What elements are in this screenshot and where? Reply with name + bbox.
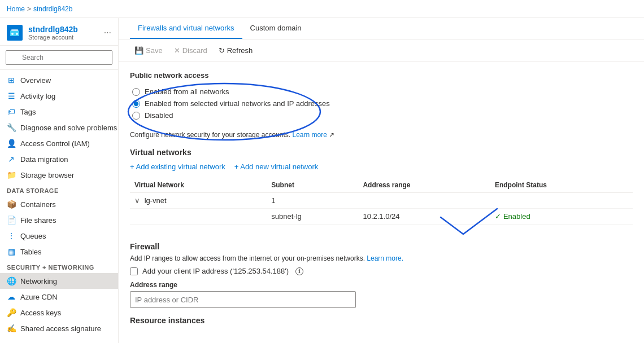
sidebar-logo (7, 25, 23, 41)
radio-all-networks-input[interactable] (132, 88, 140, 96)
subnet-count-cell: 1 (267, 193, 358, 209)
info-text: Configure network security for your stor… (130, 131, 633, 139)
toolbar: 💾 Save ✕ Discard ↻ Refresh (119, 39, 644, 62)
breadcrumb: Home > stndrdlg842b (7, 5, 72, 13)
firewall-learn-more-link[interactable]: Learn more. (367, 254, 403, 262)
breadcrumb-resource[interactable]: stndrdlg842b (33, 5, 72, 13)
resource-instances-title: Resource instances (130, 316, 633, 325)
tag-icon: 🏷 (7, 107, 16, 116)
sidebar-title-group: stndrdlg842b Storage account (28, 25, 98, 41)
discard-button[interactable]: ✕ Discard (169, 44, 212, 57)
virtual-networks-title: Virtual networks (130, 148, 633, 157)
svg-point-3 (16, 33, 18, 35)
sidebar: stndrdlg842b Storage account ··· 🔍 ⊞ Ove… (0, 18, 119, 343)
tabs-bar: Firewalls and virtual networks Custom do… (119, 18, 644, 39)
breadcrumb-bar: Home > stndrdlg842b (0, 0, 644, 18)
sidebar-header: stndrdlg842b Storage account ··· (0, 18, 118, 46)
search-wrapper: 🔍 (6, 50, 112, 65)
breadcrumb-home[interactable]: Home (7, 5, 25, 13)
sidebar-item-overview[interactable]: ⊞ Overview (0, 72, 118, 88)
info-icon[interactable]: ℹ (295, 267, 303, 275)
cdn-icon: ☁ (7, 292, 16, 301)
endpoint-status-cell-2: ✓ Enabled (490, 209, 633, 225)
learn-more-link[interactable]: Learn more (292, 131, 327, 139)
person-icon: 👤 (7, 139, 16, 148)
sidebar-item-access-control[interactable]: 👤 Access Control (IAM) (0, 135, 118, 151)
radio-disabled[interactable]: Disabled (132, 111, 330, 120)
folder-icon: 📁 (7, 170, 16, 179)
sidebar-item-activity-log[interactable]: ☰ Activity log (0, 88, 118, 104)
table-icon: ▦ (7, 247, 16, 256)
subnet-name-cell: subnet-lg (267, 209, 358, 225)
search-input[interactable] (6, 50, 112, 65)
sidebar-item-diagnose[interactable]: 🔧 Diagnose and solve problems (0, 120, 118, 135)
key-icon: 🔑 (7, 308, 16, 317)
public-network-access-title: Public network access (130, 71, 633, 80)
signature-icon: ✍ (7, 324, 16, 333)
firewall-description: Add IP ranges to allow access from the i… (130, 254, 633, 262)
address-range-label: Address range (130, 281, 633, 289)
list-icon: ☰ (7, 91, 16, 100)
sidebar-item-networking[interactable]: 🌐 Networking (0, 273, 118, 289)
arrow-icon: ↗ (7, 155, 16, 164)
radio-all-networks[interactable]: Enabled from all networks (132, 87, 330, 96)
page-body: Public network access Enabled from all n… (119, 62, 644, 343)
data-storage-section-label: Data storage (0, 183, 118, 196)
network-icon: 🌐 (7, 276, 16, 285)
sidebar-resource-title: stndrdlg842b (28, 25, 98, 34)
endpoint-status-cell-1 (490, 193, 633, 209)
enabled-badge: ✓ Enabled (495, 212, 628, 221)
firewall-section: Firewall Add IP ranges to allow access f… (130, 242, 633, 325)
sidebar-item-tags[interactable]: 🏷 Tags (0, 104, 118, 120)
refresh-button[interactable]: ↻ Refresh (214, 44, 258, 57)
search-box: 🔍 (0, 46, 118, 70)
sidebar-item-file-shares[interactable]: 📄 File shares (0, 212, 118, 228)
check-icon: ✓ (495, 212, 501, 221)
radio-disabled-input[interactable] (132, 112, 140, 120)
sidebar-item-containers[interactable]: 📦 Containers (0, 196, 118, 212)
firewall-title: Firewall (130, 242, 633, 251)
sidebar-item-tables[interactable]: ▦ Tables (0, 244, 118, 260)
radio-selected-networks[interactable]: Enabled from selected virtual networks a… (132, 99, 330, 108)
discard-icon: ✕ (174, 46, 180, 55)
tab-custom-domain[interactable]: Custom domain (242, 18, 310, 39)
box-icon: 📦 (7, 200, 16, 209)
col-subnet: Subnet (267, 178, 358, 193)
sidebar-nav: ⊞ Overview ☰ Activity log 🏷 Tags 🔧 Diagn… (0, 70, 118, 343)
tab-firewalls[interactable]: Firewalls and virtual networks (130, 18, 242, 39)
client-ip-checkbox-row: Add your client IP address ('125.253.54.… (130, 267, 633, 275)
radio-selected-networks-input[interactable] (132, 100, 140, 108)
col-address-range: Address range (358, 178, 490, 193)
address-range-cell-2: 10.2.1.0/24 (358, 209, 490, 225)
queue-icon: ⋮ (7, 231, 16, 240)
radio-group-wrapper: Enabled from all networks Enabled from s… (130, 85, 339, 129)
vnet-name-cell-2 (130, 209, 267, 225)
file-icon: 📄 (7, 216, 16, 225)
refresh-icon: ↻ (219, 46, 225, 55)
address-range-input[interactable] (130, 291, 356, 308)
sidebar-item-queues[interactable]: ⋮ Queues (0, 228, 118, 244)
table-header-row: Virtual Network Subnet Address range End… (130, 178, 633, 193)
sidebar-resource-subtitle: Storage account (28, 34, 98, 41)
sidebar-item-access-keys[interactable]: 🔑 Access keys (0, 305, 118, 320)
add-new-vnet-button[interactable]: + Add new virtual network (234, 162, 319, 171)
table-wrapper: Virtual Network Subnet Address range End… (130, 178, 633, 236)
vnet-table: Virtual Network Subnet Address range End… (130, 178, 633, 225)
sidebar-item-azure-cdn[interactable]: ☁ Azure CDN (0, 289, 118, 305)
security-section-label: Security + networking (0, 260, 118, 273)
table-row[interactable]: ∨ lg-vnet 1 (130, 193, 633, 209)
sidebar-item-storage-browser[interactable]: 📁 Storage browser (0, 167, 118, 183)
save-button[interactable]: 💾 Save (130, 44, 167, 57)
vnet-actions: + Add existing virtual network + Add new… (130, 162, 633, 171)
expand-icon: ∨ (134, 196, 140, 205)
client-ip-checkbox[interactable] (130, 267, 138, 275)
sidebar-item-data-migration[interactable]: ↗ Data migration (0, 151, 118, 167)
add-existing-vnet-button[interactable]: + Add existing virtual network (130, 162, 225, 171)
sidebar-item-shared-access[interactable]: ✍ Shared access signature (0, 320, 118, 336)
address-range-cell-1 (358, 193, 490, 209)
save-icon: 💾 (134, 46, 143, 55)
table-row[interactable]: subnet-lg 10.2.1.0/24 ✓ Enabled (130, 209, 633, 225)
grid-icon: ⊞ (7, 76, 16, 85)
sidebar-more-icon[interactable]: ··· (104, 28, 111, 38)
col-virtual-network: Virtual Network (130, 178, 267, 193)
